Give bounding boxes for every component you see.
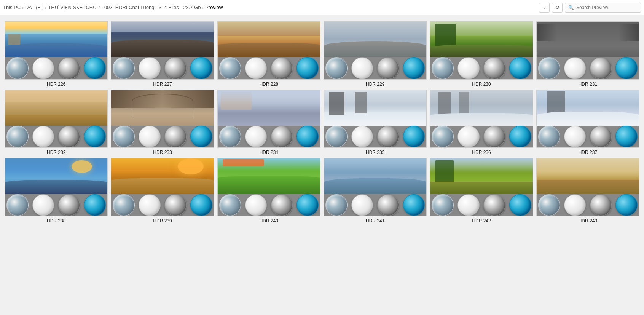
thumb-frame <box>536 90 639 148</box>
thumb-frame <box>430 21 533 80</box>
thumb-item-hdr-238[interactable]: HDR 238 <box>5 158 108 224</box>
sphere-white <box>351 57 373 79</box>
sphere-row <box>111 194 214 216</box>
thumb-item-hdr-235[interactable]: HDR 235 <box>324 90 427 155</box>
thumb-label: HDR 242 <box>472 218 491 224</box>
sphere-blue <box>296 126 318 147</box>
breadcrumb-hdri[interactable]: 003. HDRI Chat Luong - 314 Files - 28.7 … <box>104 5 201 10</box>
thumb-label: HDR 231 <box>579 82 597 87</box>
thumb-item-hdr-243[interactable]: HDR 243 <box>536 158 639 224</box>
sphere-row <box>324 126 426 147</box>
sphere-mirror <box>483 57 505 79</box>
breadcrumb-dat[interactable]: DAT (F:) <box>25 5 44 10</box>
sphere-blue <box>615 126 637 147</box>
sphere-glass <box>538 126 560 147</box>
thumb-label: HDR 239 <box>153 218 172 224</box>
thumb-label: HDR 241 <box>366 218 384 224</box>
sphere-glass <box>219 57 241 79</box>
sphere-mirror <box>483 126 505 147</box>
thumb-frame <box>111 90 214 148</box>
breadcrumb: This PC › DAT (F:) › THƯ VIỆN SKETCHUP ›… <box>3 5 537 10</box>
thumb-item-hdr-230[interactable]: HDR 230 <box>430 21 533 87</box>
thumb-label: HDR 229 <box>366 82 384 87</box>
sphere-glass <box>325 57 347 79</box>
sphere-white <box>351 126 373 147</box>
sphere-glass <box>219 194 241 216</box>
sphere-glass <box>113 57 134 79</box>
sphere-row <box>430 126 532 147</box>
sphere-blue <box>190 126 212 147</box>
sphere-mirror <box>271 194 293 216</box>
sphere-blue <box>509 57 531 79</box>
sphere-white <box>564 57 586 79</box>
thumb-frame <box>536 158 639 216</box>
thumb-frame <box>5 158 108 216</box>
thumb-label: HDR 227 <box>153 82 172 87</box>
sphere-glass <box>6 126 28 147</box>
sep3: › <box>101 5 103 10</box>
thumb-frame <box>5 21 108 80</box>
sphere-row <box>324 194 426 216</box>
sphere-mirror <box>58 57 80 79</box>
thumb-label: HDR 237 <box>579 150 597 155</box>
search-input[interactable] <box>576 5 638 10</box>
thumb-item-hdr-237[interactable]: HDR 237 <box>536 90 639 155</box>
sphere-glass <box>325 126 347 147</box>
thumb-item-hdr-242[interactable]: HDR 242 <box>430 158 533 224</box>
sphere-mirror <box>58 194 80 216</box>
thumb-frame <box>217 158 320 216</box>
sphere-white <box>351 194 373 216</box>
refresh-btn[interactable]: ↻ <box>552 3 563 13</box>
sphere-mirror <box>164 194 186 216</box>
thumb-item-hdr-228[interactable]: HDR 228 <box>217 21 320 87</box>
thumb-item-hdr-240[interactable]: HDR 240 <box>217 158 320 224</box>
sphere-blue <box>84 194 106 216</box>
sphere-mirror <box>271 126 293 147</box>
thumb-frame <box>430 90 533 148</box>
thumb-label: HDR 236 <box>472 150 491 155</box>
breadcrumb-thispc[interactable]: This PC <box>3 5 21 10</box>
thumb-item-hdr-241[interactable]: HDR 241 <box>324 158 427 224</box>
sphere-mirror <box>590 126 612 147</box>
thumb-label: HDR 233 <box>153 150 172 155</box>
thumb-frame <box>324 158 427 216</box>
thumb-label: HDR 228 <box>260 82 278 87</box>
sphere-glass <box>432 57 453 79</box>
thumb-item-hdr-227[interactable]: HDR 227 <box>111 21 214 87</box>
sphere-blue <box>509 126 531 147</box>
thumb-item-hdr-231[interactable]: HDR 231 <box>536 21 639 87</box>
search-icon: 🔍 <box>568 5 574 10</box>
topbar-controls: ⌄ ↻ 🔍 <box>539 3 641 13</box>
sphere-glass <box>219 126 241 147</box>
sphere-mirror <box>271 57 293 79</box>
sphere-glass <box>432 126 453 147</box>
sphere-mirror <box>164 57 186 79</box>
thumb-label: HDR 234 <box>260 150 278 155</box>
thumb-item-hdr-229[interactable]: HDR 229 <box>324 21 427 87</box>
thumb-item-hdr-232[interactable]: HDR 232 <box>5 90 108 155</box>
thumb-item-hdr-239[interactable]: HDR 239 <box>111 158 214 224</box>
sphere-mirror <box>377 126 399 147</box>
thumb-item-hdr-233[interactable]: HDR 233 <box>111 90 214 155</box>
sep2: › <box>45 5 47 10</box>
breadcrumb-sketchup[interactable]: THƯ VIỆN SKETCHUP <box>48 5 100 10</box>
thumb-item-hdr-226[interactable]: HDR 226 <box>5 21 108 87</box>
sphere-row <box>218 57 320 79</box>
thumb-frame <box>217 90 320 148</box>
sphere-glass <box>538 57 560 79</box>
thumb-label: HDR 232 <box>47 150 65 155</box>
sphere-white <box>32 194 54 216</box>
thumb-frame <box>324 90 427 148</box>
sphere-blue <box>403 126 425 147</box>
thumb-label: HDR 243 <box>579 218 597 224</box>
breadcrumb-preview[interactable]: Preview <box>205 5 223 10</box>
thumb-item-hdr-234[interactable]: HDR 234 <box>217 90 320 155</box>
dropdown-btn[interactable]: ⌄ <box>539 3 550 13</box>
sphere-row <box>5 126 107 147</box>
thumb-frame <box>111 158 214 216</box>
thumb-frame <box>111 21 214 80</box>
sphere-blue <box>403 57 425 79</box>
sphere-white <box>457 57 479 79</box>
sphere-mirror <box>164 126 186 147</box>
thumb-item-hdr-236[interactable]: HDR 236 <box>430 90 533 155</box>
